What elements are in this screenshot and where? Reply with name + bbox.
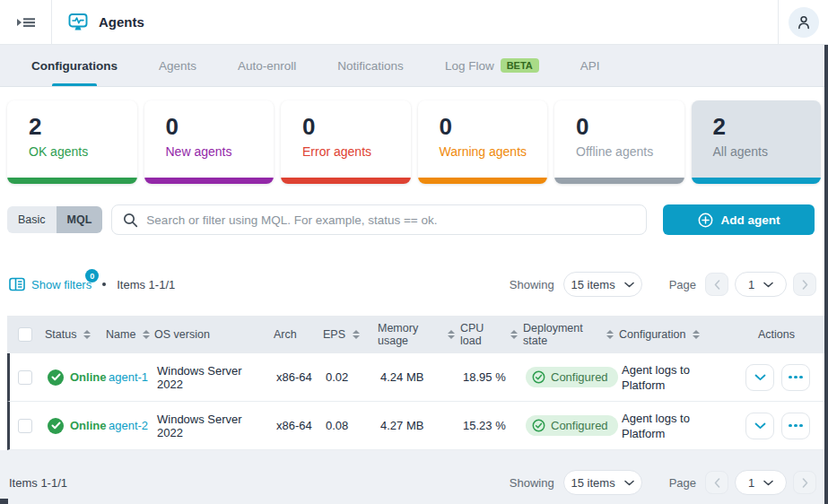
tab-log-flow[interactable]: Log FlowBETA: [424, 45, 560, 86]
column-header-actions: Actions: [723, 328, 824, 341]
sort-arrows-icon: [353, 330, 360, 339]
prev-page-button[interactable]: [705, 273, 728, 296]
items-per-page-select[interactable]: 15 items: [563, 272, 642, 297]
card-new-agents[interactable]: 0 New agents: [144, 100, 275, 184]
column-label: Memory usage: [378, 322, 440, 347]
page-title-group: Agents: [52, 11, 144, 34]
chevron-down-icon: [624, 282, 634, 288]
card-ok-agents[interactable]: 2 OK agents: [7, 100, 137, 184]
page-select[interactable]: 1: [735, 470, 787, 495]
column-header-deployment[interactable]: Deployment state: [518, 322, 614, 347]
expand-row-button[interactable]: [745, 364, 774, 391]
select-all-checkbox[interactable]: [18, 327, 32, 342]
page-select[interactable]: 1: [735, 272, 787, 297]
memory-cell: 4.27 MB: [375, 419, 458, 432]
row-menu-button[interactable]: [781, 364, 810, 391]
table-header-row: Status Name OS version Arch EPS Memory u…: [7, 316, 824, 353]
tab-notifications[interactable]: Notifications: [317, 45, 424, 86]
tab-configurations[interactable]: Configurations: [11, 45, 138, 86]
row-menu-button[interactable]: [781, 413, 810, 439]
column-label: Arch: [274, 328, 297, 341]
bottom-pagination: Showing 15 items Page 1: [510, 470, 816, 495]
three-dots-icon: [789, 424, 792, 428]
tab-auto-enroll[interactable]: Auto-enroll: [217, 45, 317, 86]
cpu-cell: 18.95 %: [458, 370, 520, 384]
card-value: 0: [440, 113, 548, 140]
sort-arrows-icon: [448, 330, 455, 339]
next-page-button[interactable]: [793, 471, 816, 494]
separator-dot: [102, 282, 106, 286]
show-filters-button[interactable]: Show filters 0: [9, 277, 92, 291]
column-header-memory[interactable]: Memory usage: [372, 322, 455, 347]
sort-arrows-icon: [606, 330, 614, 339]
column-label: CPU load: [460, 322, 503, 347]
page-label: Page: [669, 476, 696, 490]
prev-page-button[interactable]: [705, 471, 728, 494]
page-value: 1: [748, 476, 754, 490]
table-row: Online agent-1 Windows Server 2022 x86-6…: [7, 353, 824, 402]
mode-basic-button[interactable]: Basic: [7, 206, 57, 233]
card-all-agents[interactable]: 2 All agents: [692, 100, 822, 184]
card-offline-agents[interactable]: 0 Offline agents: [554, 100, 684, 184]
sidebar-expand-icon: [15, 13, 37, 31]
chevron-right-icon: [802, 280, 808, 290]
status-text: Online: [70, 370, 106, 384]
show-filters-label: Show filters: [31, 278, 92, 291]
column-label: OS version: [154, 328, 210, 341]
column-label: Configuration: [619, 328, 685, 341]
agents-monitor-icon: [66, 11, 90, 34]
os-version-cell: Windows Server 2022: [152, 413, 271, 439]
arch-cell: x86-64: [271, 370, 320, 384]
filter-panel-icon: [9, 277, 25, 291]
deployment-text: Configured: [551, 370, 608, 384]
window-edge-strip: [824, 45, 828, 504]
column-header-eps[interactable]: EPS: [318, 328, 372, 341]
agent-name-link[interactable]: agent-2: [109, 419, 148, 432]
expand-row-button[interactable]: [745, 413, 774, 439]
tab-label: API: [580, 59, 600, 73]
column-header-arch: Arch: [268, 328, 318, 341]
items-per-page-select[interactable]: 15 items: [563, 470, 642, 495]
eps-cell: 0.08: [320, 419, 375, 432]
card-color-bar: [692, 178, 822, 184]
configuration-cell: Agent logs to Platform: [616, 411, 726, 441]
row-checkbox[interactable]: [18, 370, 32, 385]
card-color-bar: [554, 178, 684, 184]
column-header-cpu[interactable]: CPU load: [455, 322, 518, 347]
card-label: Offline agents: [576, 144, 684, 159]
chevron-right-icon: [802, 478, 808, 488]
next-page-button[interactable]: [793, 273, 816, 296]
check-circle-outline-icon: [532, 370, 545, 384]
deployment-state-badge: Configured: [526, 367, 618, 387]
filters-count-badge: 0: [85, 269, 99, 282]
tab-bar: Configurations Agents Auto-enroll Notifi…: [0, 45, 828, 87]
tab-label: Auto-enroll: [238, 59, 296, 73]
card-label: All agents: [713, 144, 822, 159]
top-pagination: Showing 15 items Page 1: [510, 272, 816, 297]
column-header-status[interactable]: Status: [39, 328, 100, 341]
profile-button[interactable]: [789, 7, 819, 38]
add-agent-button[interactable]: Add agent: [663, 204, 815, 235]
plus-circle-icon: [698, 213, 713, 228]
card-color-bar: [144, 178, 275, 184]
search-input[interactable]: [146, 213, 646, 227]
card-value: 0: [302, 113, 411, 140]
card-value: 2: [713, 113, 822, 140]
column-header-configuration[interactable]: Configuration: [614, 328, 723, 341]
mode-mql-button[interactable]: MQL: [57, 206, 103, 233]
card-error-agents[interactable]: 0 Error agents: [281, 100, 411, 184]
column-label: EPS: [323, 328, 345, 341]
tab-label: Notifications: [337, 59, 404, 73]
tab-api[interactable]: API: [560, 45, 621, 86]
three-dots-icon: [789, 376, 792, 379]
items-count: Items 1-1/1: [117, 278, 175, 291]
sidebar-toggle-button[interactable]: [0, 0, 52, 44]
agent-name-link[interactable]: agent-1: [109, 370, 148, 384]
row-checkbox[interactable]: [18, 419, 32, 433]
search-toolbar: Basic MQL Add agent: [7, 204, 815, 235]
card-warning-agents[interactable]: 0 Warning agents: [418, 100, 548, 184]
tab-agents[interactable]: Agents: [138, 45, 217, 86]
column-header-name[interactable]: Name: [100, 328, 149, 341]
status-badge: Online: [48, 418, 106, 434]
card-label: OK agents: [29, 144, 137, 159]
